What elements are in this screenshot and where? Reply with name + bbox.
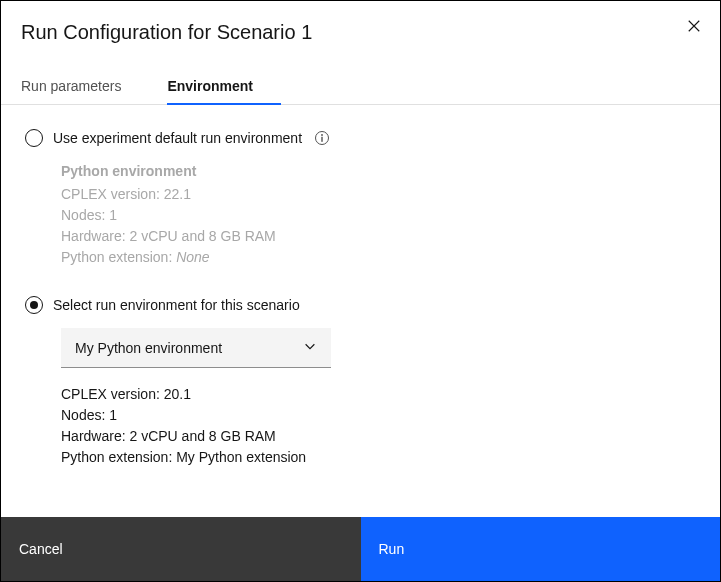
select-ext-value: My Python extension	[176, 449, 306, 465]
dialog-title: Run Configuration for Scenario 1	[21, 21, 700, 44]
close-button[interactable]	[682, 15, 706, 39]
default-env-subtitle: Python environment	[61, 161, 696, 182]
selected-env-details: CPLEX version: 20.1 Nodes: 1 Hardware: 2…	[61, 384, 696, 468]
chevron-down-icon	[303, 339, 317, 356]
select-cplex-value: 20.1	[164, 386, 191, 402]
default-hardware-label: Hardware:	[61, 228, 129, 244]
environment-dropdown[interactable]: My Python environment	[61, 328, 331, 368]
cancel-button[interactable]: Cancel	[1, 517, 361, 581]
default-cplex-value: 22.1	[164, 186, 191, 202]
select-ext-label: Python extension:	[61, 449, 176, 465]
select-cplex-label: CPLEX version:	[61, 386, 164, 402]
option-default-label: Use experiment default run environment	[53, 130, 302, 146]
tab-bar: Run parameters Environment	[1, 68, 720, 105]
dropdown-value: My Python environment	[75, 340, 222, 356]
tab-run-parameters[interactable]: Run parameters	[21, 68, 137, 104]
option-select-environment: Select run environment for this scenario…	[25, 296, 696, 468]
default-nodes-label: Nodes:	[61, 207, 109, 223]
svg-point-1	[321, 134, 323, 136]
select-nodes-value: 1	[109, 407, 117, 423]
dialog-content: Use experiment default run environment P…	[1, 105, 720, 517]
default-nodes-value: 1	[109, 207, 117, 223]
default-ext-label: Python extension:	[61, 249, 176, 265]
option-default-environment: Use experiment default run environment P…	[25, 129, 696, 268]
default-env-details: Python environment CPLEX version: 22.1 N…	[61, 161, 696, 268]
default-cplex-label: CPLEX version:	[61, 186, 164, 202]
svg-rect-2	[321, 137, 322, 142]
close-icon	[687, 19, 701, 36]
select-hardware-label: Hardware:	[61, 428, 129, 444]
select-nodes-label: Nodes:	[61, 407, 109, 423]
radio-default-environment[interactable]	[25, 129, 43, 147]
dialog-footer: Cancel Run	[1, 517, 720, 581]
default-hardware-value: 2 vCPU and 8 GB RAM	[129, 228, 275, 244]
radio-select-environment[interactable]	[25, 296, 43, 314]
option-select-label: Select run environment for this scenario	[53, 297, 300, 313]
tab-environment[interactable]: Environment	[167, 68, 269, 104]
default-ext-value: None	[176, 249, 209, 265]
select-hardware-value: 2 vCPU and 8 GB RAM	[129, 428, 275, 444]
info-icon[interactable]	[314, 130, 330, 146]
run-button[interactable]: Run	[361, 517, 721, 581]
